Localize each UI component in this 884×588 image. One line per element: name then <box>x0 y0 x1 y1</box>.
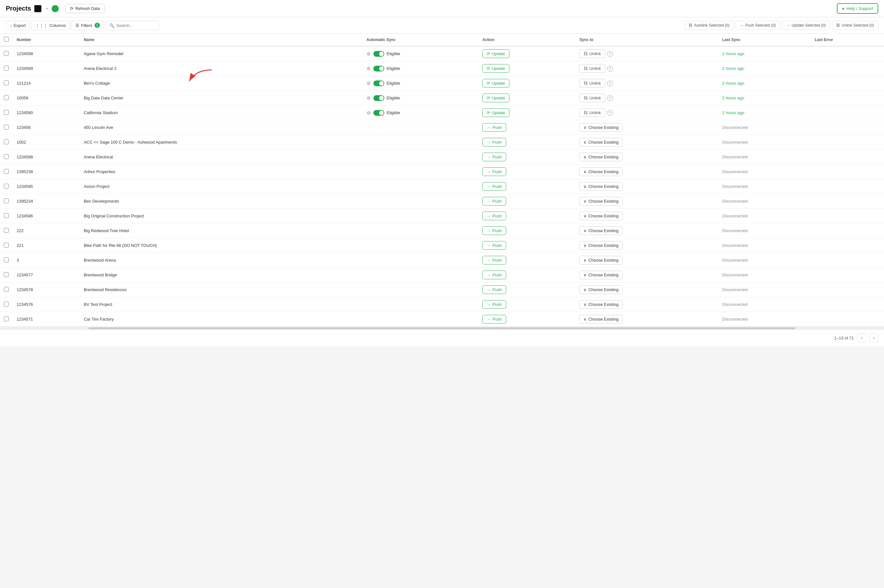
choose-existing-button[interactable]: ∨Choose Existing <box>579 153 623 161</box>
horizontal-scrollbar[interactable] <box>0 327 884 329</box>
table-row: 221Bike Path for Rte 66 (DO NOT TOUCH)→P… <box>0 238 884 253</box>
row-number: 1234595 <box>13 179 80 194</box>
row-checkbox[interactable] <box>4 272 9 277</box>
help-icon[interactable]: ? <box>607 95 613 101</box>
push-button[interactable]: →Push <box>482 197 506 206</box>
refresh-data-button[interactable]: ⟳ Refresh Data <box>65 4 105 13</box>
push-button[interactable]: →Push <box>482 241 506 250</box>
chevron-down-icon: ∨ <box>584 125 587 130</box>
pagination-next-button[interactable]: › <box>869 333 878 342</box>
choose-existing-button[interactable]: ∨Choose Existing <box>579 123 623 132</box>
push-button[interactable]: →Push <box>482 300 506 309</box>
gear-icon[interactable]: ⚙ <box>367 96 371 100</box>
row-checkbox[interactable] <box>4 243 9 248</box>
row-last-sync: 2 hours ago <box>719 61 811 76</box>
row-checkbox[interactable] <box>4 316 9 321</box>
choose-existing-button[interactable]: ∨Choose Existing <box>579 226 623 235</box>
help-icon[interactable]: ? <box>607 110 613 116</box>
search-input[interactable] <box>116 23 155 28</box>
help-icon[interactable]: ? <box>607 51 613 57</box>
choose-existing-button[interactable]: ∨Choose Existing <box>579 315 623 324</box>
push-button[interactable]: →Push <box>482 182 506 191</box>
choose-existing-button[interactable]: ∨Choose Existing <box>579 138 623 147</box>
sync-toggle[interactable] <box>373 66 384 72</box>
select-all-header[interactable] <box>0 34 13 46</box>
help-icon[interactable]: ? <box>607 66 613 72</box>
row-checkbox[interactable] <box>4 258 9 262</box>
row-checkbox[interactable] <box>4 169 9 174</box>
choose-existing-button[interactable]: ∨Choose Existing <box>579 167 623 176</box>
gear-icon[interactable]: ⚙ <box>367 81 371 86</box>
update-button[interactable]: ⟳Update <box>482 94 509 102</box>
push-button[interactable]: →Push <box>482 212 506 220</box>
filters-button[interactable]: ☰ Filters 1 <box>71 21 104 30</box>
help-support-button[interactable]: ● Help / Support <box>837 3 878 14</box>
choose-existing-button[interactable]: ∨Choose Existing <box>579 300 623 309</box>
search-box[interactable]: 🔍 <box>105 21 159 30</box>
choose-existing-button[interactable]: ∨Choose Existing <box>579 285 623 294</box>
sync-toggle[interactable] <box>373 51 384 57</box>
row-checkbox[interactable] <box>4 66 9 70</box>
row-checkbox[interactable] <box>4 125 9 129</box>
push-button[interactable]: →Push <box>482 315 506 324</box>
update-selected-button[interactable]: → Update Selected (0) <box>782 21 830 30</box>
update-selected-label: Update Selected (0) <box>792 23 826 28</box>
select-all-checkbox[interactable] <box>4 37 9 42</box>
update-button[interactable]: ⟳Update <box>482 50 509 58</box>
push-button[interactable]: →Push <box>482 123 506 132</box>
export-button[interactable]: ↓ Export <box>6 21 30 30</box>
row-checkbox[interactable] <box>4 110 9 115</box>
autolink-selected-button[interactable]: ⛓ Autolink Selected (0) <box>684 21 734 30</box>
unlink-button[interactable]: ⛓Unlink <box>579 50 605 58</box>
pagination-prev-button[interactable]: ‹ <box>857 333 866 342</box>
row-name: Agave Gym Remodel <box>80 46 362 61</box>
table-row: 10056Big Data Data Center ⚙ Eligible ⟳Up… <box>0 91 884 105</box>
gear-icon[interactable]: ⚙ <box>367 66 371 71</box>
columns-button[interactable]: ⋮⋮⋮ Columns <box>31 21 70 30</box>
push-button[interactable]: →Push <box>482 256 506 264</box>
push-button[interactable]: →Push <box>482 138 506 147</box>
choose-existing-button[interactable]: ∨Choose Existing <box>579 241 623 250</box>
sync-toggle[interactable] <box>373 81 384 86</box>
row-checkbox[interactable] <box>4 213 9 218</box>
row-checkbox[interactable] <box>4 81 9 85</box>
push-button[interactable]: →Push <box>482 167 506 176</box>
choose-existing-button[interactable]: ∨Choose Existing <box>579 197 623 206</box>
unlink-button[interactable]: ⛓Unlink <box>579 79 605 87</box>
push-button[interactable]: →Push <box>482 271 506 279</box>
sync-toggle[interactable] <box>373 95 384 101</box>
gear-icon[interactable]: ⚙ <box>367 51 371 56</box>
unlink-button[interactable]: ⛓Unlink <box>579 94 605 102</box>
row-checkbox[interactable] <box>4 154 9 159</box>
push-selected-button[interactable]: → Push Selected (0) <box>735 21 780 30</box>
update-button[interactable]: ⟳Update <box>482 79 509 87</box>
unlink-button[interactable]: ⛓Unlink <box>579 108 605 117</box>
row-checkbox[interactable] <box>4 51 9 56</box>
sync-toggle[interactable] <box>373 110 384 116</box>
choose-existing-button[interactable]: ∨Choose Existing <box>579 256 623 264</box>
unlink-button[interactable]: ⛓Unlink <box>579 64 605 73</box>
push-button[interactable]: →Push <box>482 153 506 161</box>
row-checkbox[interactable] <box>4 140 9 144</box>
choose-existing-button[interactable]: ∨Choose Existing <box>579 271 623 279</box>
row-last-sync: 2 hours ago <box>719 91 811 105</box>
row-checkbox[interactable] <box>4 184 9 189</box>
col-action: Action <box>479 34 575 46</box>
choose-existing-button[interactable]: ∨Choose Existing <box>579 212 623 220</box>
row-sync-to: ∨Choose Existing <box>575 135 718 150</box>
row-checkbox[interactable] <box>4 228 9 233</box>
push-button[interactable]: →Push <box>482 285 506 294</box>
update-button[interactable]: ⟳Update <box>482 64 509 73</box>
row-checkbox[interactable] <box>4 302 9 306</box>
row-checkbox[interactable] <box>4 95 9 100</box>
row-last-error <box>811 46 884 61</box>
row-checkbox[interactable] <box>4 198 9 203</box>
update-button[interactable]: ⟳Update <box>482 108 509 117</box>
disconnected-label: Disconnected <box>722 213 748 218</box>
help-icon[interactable]: ? <box>607 81 613 86</box>
row-checkbox[interactable] <box>4 287 9 292</box>
gear-icon[interactable]: ⚙ <box>367 110 371 116</box>
push-button[interactable]: →Push <box>482 226 506 235</box>
choose-existing-button[interactable]: ∨Choose Existing <box>579 182 623 191</box>
unlink-selected-button[interactable]: ⛓ Unlink Selected (0) <box>832 21 878 30</box>
